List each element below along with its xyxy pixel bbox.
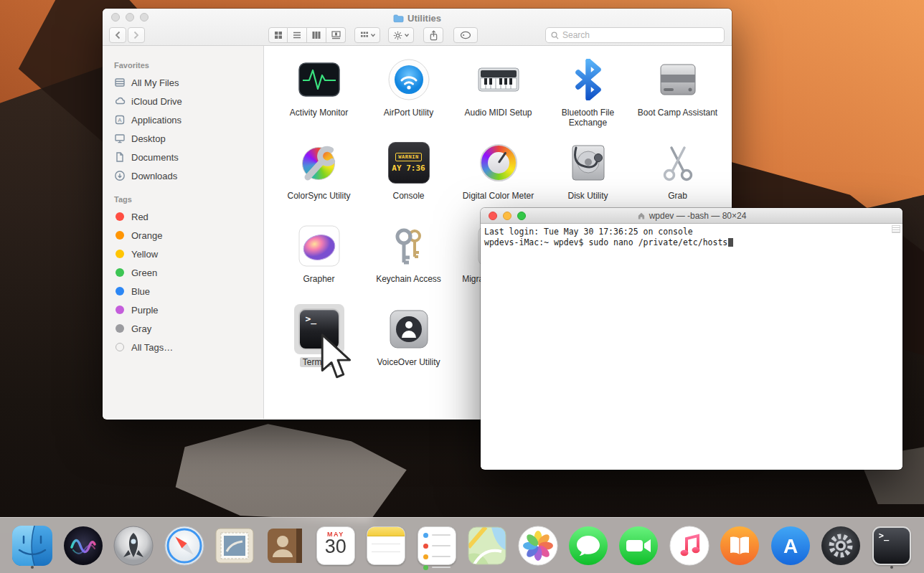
terminal-content[interactable]: Last login: Tue May 30 17:36:25 on conso… <box>481 224 902 469</box>
terminal-title-text: wpdev — -bash — 80×24 <box>649 211 747 221</box>
tag-icon <box>460 31 471 39</box>
app-grapher[interactable]: Grapher <box>274 221 364 304</box>
dock-calendar[interactable]: MAY 30 <box>314 523 357 569</box>
forward-button[interactable] <box>128 27 145 43</box>
tag-label: Yellow <box>131 249 158 260</box>
facetime-icon <box>618 526 659 566</box>
app-airport-utility[interactable]: AirPort Utility <box>364 55 453 138</box>
share-button[interactable] <box>423 27 443 43</box>
app-colorsync-utility[interactable]: ColorSync Utility <box>274 138 364 221</box>
terminal-line: Last login: Tue May 30 17:36:25 on conso… <box>484 227 899 237</box>
finder-sidebar: Favorites All My Files iCloud Drive A Ap… <box>103 46 264 419</box>
grid-view-icon <box>274 31 283 39</box>
scrollbar-marker[interactable] <box>892 225 900 233</box>
app-console[interactable]: WARNIN AY 7:36 Console <box>364 138 453 221</box>
coverflow-view-icon <box>331 31 341 39</box>
tag-label: Purple <box>131 305 159 316</box>
colorsync-icon <box>294 138 344 188</box>
app-voiceover-utility[interactable]: VoiceOver Utility <box>364 304 453 387</box>
dock-contacts[interactable] <box>263 523 306 569</box>
dock-launchpad[interactable] <box>112 523 155 569</box>
svg-text:A: A <box>118 117 122 123</box>
tag-color-dot <box>116 324 124 333</box>
sidebar-item-applications[interactable]: A Applications <box>103 110 263 129</box>
sidebar-item-downloads[interactable]: Downloads <box>103 166 263 185</box>
back-button[interactable] <box>109 27 126 43</box>
dock-photos[interactable] <box>517 523 560 569</box>
app-bluetooth-file-exchange[interactable]: Bluetooth File Exchange <box>543 55 633 138</box>
tag-label: Blue <box>131 286 150 297</box>
sidebar-tag-green[interactable]: Green <box>103 263 263 282</box>
dock-siri[interactable] <box>62 523 105 569</box>
dock-finder[interactable] <box>11 523 54 569</box>
console-warning-text: WARNIN <box>395 153 421 161</box>
chevron-down-icon <box>405 34 409 37</box>
terminal-titlebar[interactable]: wpdev — -bash — 80×24 <box>481 208 902 224</box>
dock-app-store[interactable]: A <box>769 523 812 569</box>
grapher-icon <box>294 221 344 271</box>
sidebar-item-documents[interactable]: Documents <box>103 148 263 166</box>
folder-icon <box>393 14 404 23</box>
dock-system-preferences[interactable] <box>819 523 862 569</box>
arrange-button[interactable] <box>354 27 380 43</box>
disk-utility-icon <box>563 138 613 188</box>
tag-color-dot <box>116 343 124 351</box>
console-icon: WARNIN AY 7:36 <box>384 138 434 188</box>
app-boot-camp-assistant[interactable]: Boot Camp Assistant <box>633 55 722 138</box>
dock-terminal[interactable]: >_ <box>870 523 913 569</box>
system-preferences-gear-icon <box>821 526 861 566</box>
dock-facetime[interactable] <box>617 523 660 569</box>
notes-icon <box>367 526 405 565</box>
window-title: Utilities <box>103 11 732 24</box>
dock-maps[interactable] <box>466 523 509 569</box>
maps-icon <box>467 526 507 566</box>
sidebar-item-desktop[interactable]: Desktop <box>103 129 263 148</box>
icloud-icon <box>113 95 126 108</box>
messages-icon <box>568 526 608 566</box>
sidebar-tag-red[interactable]: Red <box>103 207 263 226</box>
dock-mail[interactable] <box>213 523 256 569</box>
sidebar-tag-blue[interactable]: Blue <box>103 282 263 300</box>
tag-color-dot <box>116 250 124 258</box>
sidebar-tag-gray[interactable]: Gray <box>103 319 263 338</box>
view-list-button[interactable] <box>288 27 307 43</box>
app-label: Console <box>392 191 424 201</box>
sidebar-item-label: Desktop <box>131 133 166 144</box>
dock-messages[interactable] <box>567 523 610 569</box>
view-coverflow-button[interactable] <box>326 27 346 43</box>
dock-ibooks[interactable] <box>718 523 761 569</box>
app-label: Audio MIDI Setup <box>464 108 532 118</box>
launchpad-icon <box>113 526 154 566</box>
app-label: Activity Monitor <box>290 108 348 118</box>
view-icons-button[interactable] <box>268 27 288 43</box>
sidebar-tag-purple[interactable]: Purple <box>103 300 263 319</box>
action-button[interactable] <box>388 27 414 43</box>
search-input[interactable] <box>562 30 719 40</box>
finder-titlebar[interactable]: Utilities <box>103 9 732 46</box>
app-activity-monitor[interactable]: Activity Monitor <box>274 55 364 138</box>
grab-scissors-icon <box>653 138 703 188</box>
tags-button[interactable] <box>453 27 478 43</box>
desktop-icon <box>113 133 126 145</box>
search-field[interactable] <box>545 27 725 43</box>
app-label: Terminal <box>300 357 338 367</box>
sidebar-tag-all-tags[interactable]: All Tags… <box>103 338 263 356</box>
app-keychain-access[interactable]: Keychain Access <box>364 221 453 304</box>
dock-itunes[interactable] <box>668 523 711 569</box>
sidebar-item-label: iCloud Drive <box>131 96 182 107</box>
mail-stamp-icon <box>214 526 255 566</box>
dock-reminders[interactable] <box>415 523 458 569</box>
sidebar-item-all-my-files[interactable]: All My Files <box>103 73 263 92</box>
columns-view-icon <box>312 31 321 39</box>
view-columns-button[interactable] <box>307 27 326 43</box>
running-indicator <box>890 566 893 569</box>
sidebar-tag-yellow[interactable]: Yellow <box>103 245 263 263</box>
list-view-icon <box>293 31 301 39</box>
dock-safari[interactable] <box>163 523 206 569</box>
sidebar-tag-orange[interactable]: Orange <box>103 226 263 245</box>
app-audio-midi-setup[interactable]: Audio MIDI Setup <box>453 55 543 138</box>
chevron-left-icon <box>114 31 121 39</box>
sidebar-item-icloud-drive[interactable]: iCloud Drive <box>103 92 263 110</box>
app-terminal[interactable]: >_ Terminal <box>274 304 364 387</box>
dock-notes[interactable] <box>364 523 407 569</box>
